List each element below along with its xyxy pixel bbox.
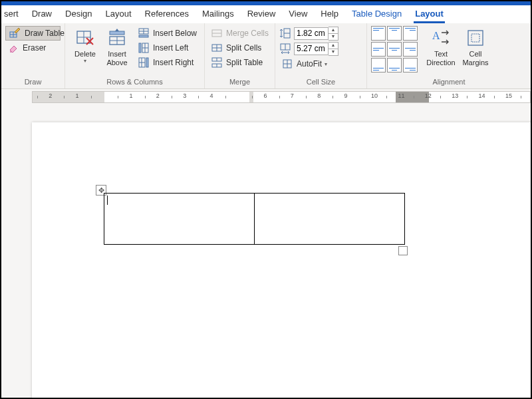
tab-view[interactable]: View [282,6,314,23]
svg-text:A: A [432,30,440,41]
col-width-field[interactable]: ▲▼ [279,41,338,56]
tab-review[interactable]: Review [241,6,283,23]
align-mid-center[interactable] [387,42,402,57]
table-cell[interactable] [255,194,405,245]
row-height-icon [279,27,291,39]
text-direction-button[interactable]: A TextDirection [423,26,459,67]
align-bot-right[interactable] [403,58,418,72]
spin-down-icon[interactable]: ▼ [329,34,338,41]
split-table-label: Split Table [226,58,263,67]
split-cells-label: Split Cells [226,43,261,53]
insert-below-button[interactable]: Insert Below [136,26,200,41]
align-top-center[interactable] [387,26,402,41]
insert-below-icon [138,28,149,39]
cell-margins-icon [465,27,486,49]
autofit-icon [282,59,293,69]
svg-rect-40 [471,34,479,42]
chevron-down-icon: ▾ [84,59,86,64]
row-height-field[interactable]: ▲▼ [279,26,338,41]
tab-references[interactable]: References [138,6,196,23]
tab-draw[interactable]: Draw [25,6,59,23]
insert-left-button[interactable]: Insert Left [136,41,200,55]
text-direction-label: TextDirection [426,50,455,67]
align-bot-center[interactable] [387,58,402,72]
eraser-label: Eraser [23,43,46,53]
table-row[interactable] [104,194,405,245]
svg-rect-9 [110,31,124,35]
text-direction-icon: A [430,27,452,49]
group-label-cellsize: Cell Size [279,78,362,87]
svg-rect-39 [468,31,483,45]
align-mid-left[interactable] [371,42,386,57]
align-top-right[interactable] [403,26,418,41]
svg-rect-17 [139,43,141,53]
insert-right-label: Insert Right [153,58,194,67]
merge-cells-label: Merge Cells [226,29,269,38]
merge-cells-icon [211,28,222,39]
table-cell[interactable] [104,194,255,245]
insert-right-icon [138,57,149,68]
tab-layout[interactable]: Layout [98,6,138,23]
group-label-alignment: Alignment [371,78,527,87]
spin-up-icon[interactable]: ▲ [329,42,338,49]
align-bot-left[interactable] [371,58,386,72]
tab-table-design[interactable]: Table Design [345,6,408,23]
split-cells-icon [211,43,222,53]
col-width-icon [279,43,291,55]
insert-above-icon [106,27,128,49]
page[interactable]: ✥ [32,122,531,398]
draw-table-label: Draw Table [25,29,65,38]
document-table[interactable] [104,193,405,245]
spin-up-icon[interactable]: ▲ [329,27,338,34]
align-top-left[interactable] [371,26,386,41]
split-cells-button[interactable]: Split Cells [209,41,271,55]
insert-left-icon [138,43,149,53]
tab-design[interactable]: Design [59,6,98,23]
merge-cells-button: Merge Cells [209,26,271,41]
cell-margins-label: CellMargins [462,50,488,67]
tab-table-layout[interactable]: Layout [408,6,450,23]
eraser-icon [8,43,19,53]
ribbon-tabs: sert Draw Design Layout References Maili… [1,5,531,23]
insert-below-label: Insert Below [153,29,197,38]
tab-insert[interactable]: sert [4,6,25,23]
split-table-button[interactable]: Split Table [209,55,271,70]
col-width-input[interactable] [294,43,329,55]
alignment-grid [371,26,418,72]
insert-above-label: Insert Above [101,50,133,67]
tab-help[interactable]: Help [314,6,345,23]
document-area[interactable]: ✥ [1,104,531,398]
insert-left-label: Insert Left [153,43,188,53]
draw-table-button[interactable]: Draw Table [5,26,61,41]
cell-margins-button[interactable]: CellMargins [459,26,492,67]
ribbon: Draw Table Eraser Draw Delete [1,23,531,89]
insert-above-button[interactable]: Insert Above [101,26,133,67]
eraser-button[interactable]: Eraser [5,41,61,55]
horizontal-ruler[interactable]: 2112346789101112131415 [1,89,531,104]
group-label-draw: Draw [5,78,61,87]
spin-down-icon[interactable]: ▼ [329,49,338,56]
svg-rect-13 [139,35,148,37]
group-label-rowscols: Rows & Columns [69,78,200,87]
autofit-button[interactable]: AutoFit ▾ [279,57,338,71]
chevron-down-icon: ▾ [325,61,327,67]
group-label-merge: Merge [209,78,271,87]
split-table-icon [211,57,222,68]
svg-rect-21 [146,58,148,67]
autofit-label: AutoFit [297,59,322,68]
text-cursor [107,196,108,205]
table-resize-handle-icon[interactable] [398,246,408,255]
row-height-input[interactable] [294,27,329,40]
delete-button[interactable]: Delete ▾ [69,26,101,64]
align-mid-right[interactable] [403,42,418,57]
delete-table-icon [74,27,96,49]
insert-right-button[interactable]: Insert Right [136,55,200,70]
tab-mailings[interactable]: Mailings [196,6,241,23]
pencil-table-icon [10,28,21,39]
